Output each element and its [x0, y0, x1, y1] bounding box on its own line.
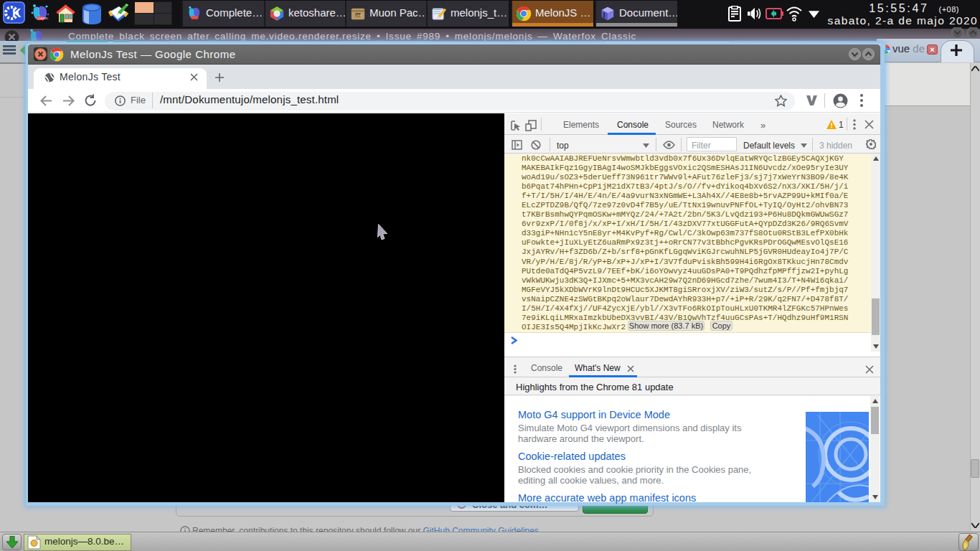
svg-text:CLASSIC: CLASSIC — [37, 17, 49, 20]
svg-text:K: K — [12, 6, 22, 20]
svg-text:DEB: DEB — [356, 14, 362, 17]
